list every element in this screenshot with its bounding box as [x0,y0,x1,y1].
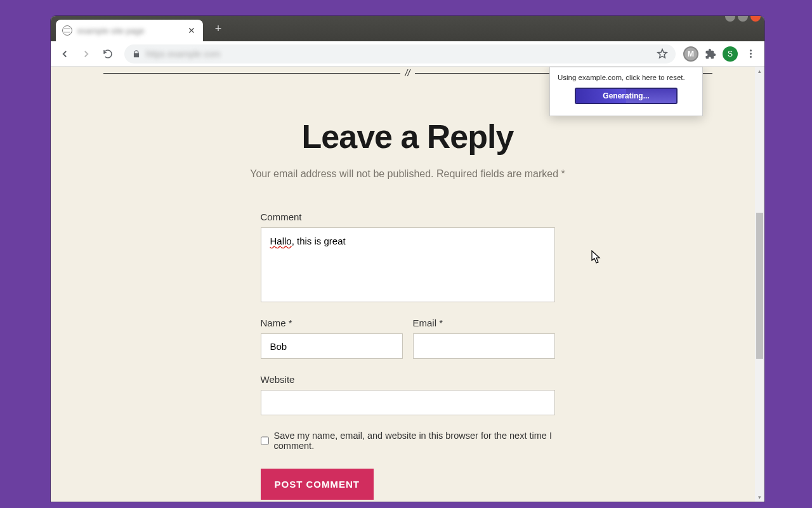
toolbar: https example com M S [51,41,764,67]
menu-icon[interactable] [744,50,757,58]
comment-textarea[interactable]: Hallo, this is great [261,227,555,302]
website-input[interactable] [261,390,555,415]
titlebar: example site page ✕ + [51,16,764,41]
name-input[interactable] [261,333,403,359]
maximize-button[interactable] [738,16,748,22]
extensions-icon[interactable] [705,48,716,60]
content-area: // Leave a Reply Your email address will… [51,67,764,502]
lock-icon [132,50,141,58]
page-title: Leave a Reply [103,117,712,156]
save-info-label: Save my name, email, and website in this… [274,431,555,451]
tab-title: example site page [77,26,187,36]
website-label: Website [261,374,555,385]
globe-icon [62,25,72,36]
generating-button[interactable]: Generating... [575,88,678,104]
bookmark-star-icon[interactable] [657,48,668,60]
window-controls [725,16,761,22]
close-window-button[interactable] [750,16,761,22]
scroll-up-icon[interactable]: ▴ [757,68,763,74]
reload-button[interactable] [99,45,117,63]
scroll-down-icon[interactable]: ▾ [757,494,763,500]
close-tab-icon[interactable]: ✕ [187,25,197,36]
forward-button[interactable] [77,45,95,63]
extension-m-icon[interactable]: M [683,46,698,62]
toolbar-right: M S [683,46,759,62]
save-info-checkbox[interactable] [261,436,269,445]
email-input[interactable] [413,333,555,359]
scrollbar-track[interactable]: ▴ ▾ [755,67,764,502]
profile-avatar[interactable]: S [723,46,738,62]
scrollbar-thumb[interactable] [756,213,763,359]
back-button[interactable] [56,45,74,63]
page: // Leave a Reply Your email address will… [51,67,764,502]
name-label: Name * [261,318,403,328]
post-comment-button[interactable]: POST COMMENT [261,469,374,500]
browser-window: example site page ✕ + https example com … [51,16,764,502]
address-bar[interactable]: https example com [124,44,676,64]
browser-tab[interactable]: example site page ✕ [56,20,203,41]
url-text: https example com [146,49,221,59]
required-note: Your email address will not be published… [103,168,712,180]
comment-label: Comment [261,211,555,222]
minimize-button[interactable] [725,16,735,22]
new-tab-button[interactable]: + [209,20,227,37]
email-label: Email * [413,318,555,328]
extension-popup: Using example.com, click here to reset. … [549,67,703,116]
comment-form: Comment Hallo, this is great Name * Emai… [261,211,555,500]
popup-text[interactable]: Using example.com, click here to reset. [558,74,695,81]
